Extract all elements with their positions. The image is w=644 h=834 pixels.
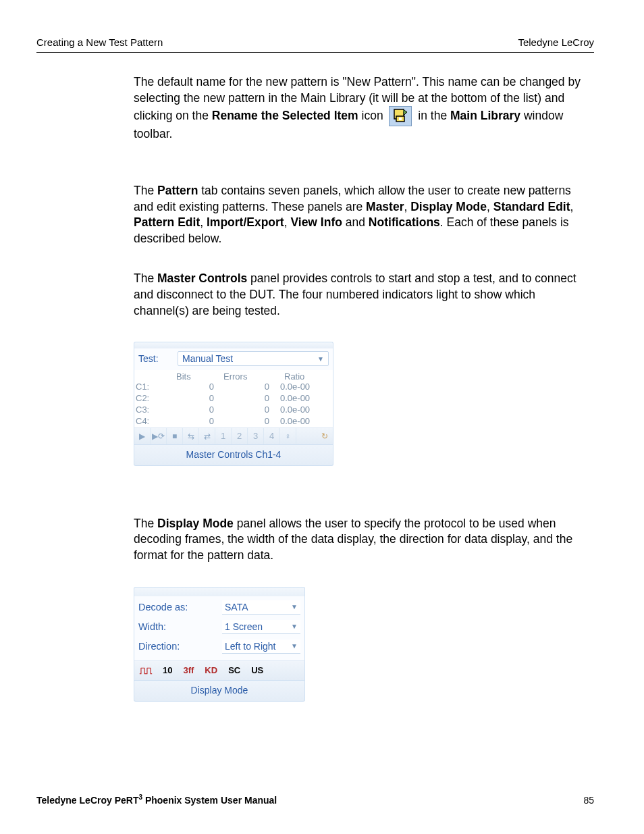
errors-value: 0 bbox=[223, 405, 279, 416]
master-panel-caption: Master Controls Ch1-4 bbox=[134, 445, 333, 466]
chevron-down-icon: ▼ bbox=[291, 603, 298, 610]
test-label: Test: bbox=[138, 353, 178, 364]
width-value: 1 Screen bbox=[225, 621, 263, 632]
panel-gradient-top bbox=[134, 587, 305, 596]
decode-row: Decode as: SATA ▼ bbox=[138, 598, 300, 617]
bits-value: 0 bbox=[176, 405, 223, 416]
ratio-value: 0.0e-00 bbox=[279, 382, 326, 393]
channel-label: C4: bbox=[134, 416, 176, 427]
sync-back-icon[interactable]: ⇆ bbox=[183, 428, 199, 444]
svg-rect-2 bbox=[399, 118, 402, 120]
format-sc-button[interactable]: SC bbox=[228, 665, 240, 675]
channel-row: C3:000.0e-00 bbox=[134, 405, 333, 416]
play-loop-icon[interactable]: ▶⟳ bbox=[151, 428, 167, 444]
col-errors: Errors bbox=[223, 371, 279, 382]
width-row: Width: 1 Screen ▼ bbox=[138, 617, 300, 637]
paragraph-1: The default name for the new pattern is … bbox=[134, 74, 590, 142]
chevron-down-icon: ▼ bbox=[317, 355, 324, 363]
paragraph-4: The Display Mode panel allows the user t… bbox=[134, 516, 590, 564]
errors-value: 0 bbox=[223, 382, 279, 393]
decode-label: Decode as: bbox=[138, 602, 222, 613]
width-dropdown[interactable]: 1 Screen ▼ bbox=[222, 620, 300, 634]
channel-indicator-3[interactable]: 3 bbox=[248, 428, 264, 444]
format-us-button[interactable]: US bbox=[251, 665, 263, 675]
panel-gradient-top bbox=[134, 342, 333, 348]
channel-indicator-4[interactable]: 4 bbox=[264, 428, 280, 444]
channel-label: C1: bbox=[134, 382, 176, 393]
col-bits: Bits bbox=[176, 371, 223, 382]
page-number: 85 bbox=[583, 795, 594, 806]
channel-label: C2: bbox=[134, 393, 176, 405]
channel-row: C4:000.0e-00 bbox=[134, 416, 333, 427]
direction-value: Left to Right bbox=[225, 641, 276, 652]
ratio-value: 0.0e-00 bbox=[279, 416, 326, 427]
page-header: Creating a New Test Pattern Teledyne LeC… bbox=[36, 36, 594, 53]
refresh-icon[interactable]: ↻ bbox=[317, 428, 333, 444]
test-dropdown[interactable]: Manual Test ▼ bbox=[178, 351, 329, 366]
chevron-down-icon: ▼ bbox=[291, 642, 298, 650]
channel-indicator-2[interactable]: 2 bbox=[232, 428, 248, 444]
header-left: Creating a New Test Pattern bbox=[36, 36, 163, 48]
page-footer: Teledyne LeCroy PeRT3 Phoenix System Use… bbox=[36, 793, 594, 806]
width-label: Width: bbox=[138, 621, 222, 632]
decode-value: SATA bbox=[225, 602, 248, 613]
master-toolbar: ▶ ▶⟳ ■ ⇆ ⇄ 1 2 3 4 ♀ ↻ bbox=[134, 427, 333, 445]
errors-value: 0 bbox=[223, 393, 279, 405]
rename-item-icon bbox=[389, 106, 412, 126]
errors-value: 0 bbox=[223, 416, 279, 427]
bits-value: 0 bbox=[176, 382, 223, 393]
ratio-value: 0.0e-00 bbox=[279, 405, 326, 416]
master-controls-panel: Test: Manual Test ▼ Bits Errors Ratio C1… bbox=[134, 342, 333, 466]
header-right: Teledyne LeCroy bbox=[518, 36, 594, 48]
bits-value: 0 bbox=[176, 393, 223, 405]
col-ratio: Ratio bbox=[279, 371, 326, 382]
display-mode-caption: Display Mode bbox=[134, 681, 305, 702]
direction-label: Direction: bbox=[138, 641, 222, 652]
stop-icon[interactable]: ■ bbox=[167, 428, 183, 444]
master-columns-header: Bits Errors Ratio bbox=[134, 370, 333, 382]
play-icon[interactable]: ▶ bbox=[134, 428, 151, 444]
channel-label: C3: bbox=[134, 405, 176, 416]
chevron-down-icon: ▼ bbox=[291, 623, 298, 630]
format-10-button[interactable]: 10 bbox=[163, 665, 172, 675]
channel-row: C1:000.0e-00 bbox=[134, 382, 333, 393]
channel-indicator-1[interactable]: 1 bbox=[215, 428, 232, 444]
display-mode-toolbar: ⎍⎍ 10 3ff KD SC US bbox=[134, 660, 305, 681]
direction-row: Direction: Left to Right ▼ bbox=[138, 637, 300, 656]
waveform-icon[interactable]: ⎍⎍ bbox=[140, 664, 152, 676]
direction-dropdown[interactable]: Left to Right ▼ bbox=[222, 640, 300, 654]
format-kd-button[interactable]: KD bbox=[205, 665, 217, 675]
format-3ff-button[interactable]: 3ff bbox=[183, 665, 194, 675]
test-dropdown-value: Manual Test bbox=[182, 353, 233, 364]
decode-dropdown[interactable]: SATA ▼ bbox=[222, 600, 300, 615]
connect-icon[interactable]: ♀ bbox=[280, 428, 296, 444]
test-selector-row: Test: Manual Test ▼ bbox=[134, 348, 333, 370]
bits-value: 0 bbox=[176, 416, 223, 427]
footer-product: Teledyne LeCroy PeRT3 Phoenix System Use… bbox=[36, 793, 277, 806]
display-mode-panel: Decode as: SATA ▼ Width: 1 Screen ▼ Dire… bbox=[134, 587, 305, 702]
sync-fwd-icon[interactable]: ⇄ bbox=[199, 428, 215, 444]
paragraph-2: The Pattern tab contains seven panels, w… bbox=[134, 183, 590, 247]
paragraph-3: The Master Controls panel provides contr… bbox=[134, 271, 590, 319]
channel-row: C2:000.0e-00 bbox=[134, 393, 333, 405]
ratio-value: 0.0e-00 bbox=[279, 393, 326, 405]
